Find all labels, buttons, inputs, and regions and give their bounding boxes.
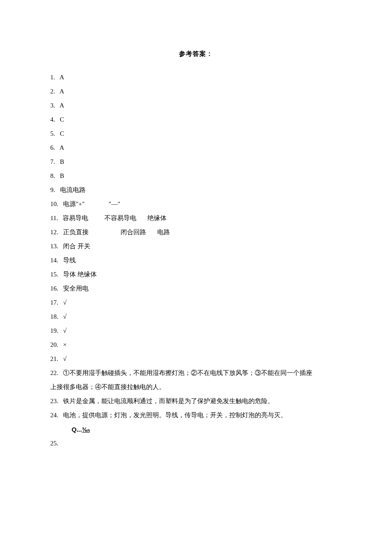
answer-13: 13. 闭合 开关	[50, 239, 342, 253]
answer-3: 3. A	[50, 99, 342, 113]
answer-11: 11. 容易导电 不容易导电 绝缘体	[50, 211, 342, 225]
answer-6: 6. A	[50, 141, 342, 155]
answer-12: 12. 正负直接 闭合回路 电路	[50, 225, 342, 239]
answer-2: 2. A	[50, 84, 342, 99]
answer-7: 7. B	[50, 155, 342, 169]
answer-4: 4. C	[50, 113, 342, 127]
answer-23: 23. 铁片是金属，能让电流顺利通过，而塑料是为了保护避免发生触电的危险。	[50, 394, 342, 408]
answer-1: 1. A	[50, 70, 342, 84]
answer-25-symbol: Q...⅜ₙ	[50, 422, 342, 436]
answer-25: 25.	[50, 436, 342, 450]
answer-10: 10. 电源"+" "—"	[50, 197, 342, 211]
answer-5: 5. C	[50, 127, 342, 141]
answer-22-line1: 22. ①不要用湿手触碰插头，不能用湿布擦灯泡；②不在电线下放风筝；③不能在同一…	[50, 366, 342, 380]
answer-8: 8. B	[50, 169, 342, 183]
answer-24: 24. 电池，提供电源；灯泡，发光照明。导线，传导电；开关，控制灯泡的亮与灭。	[50, 408, 342, 422]
answer-21: 21. √	[50, 352, 342, 366]
answer-17: 17. √	[50, 296, 342, 310]
answer-19: 19. √	[50, 324, 342, 338]
answer-15: 15. 导体 绝缘体	[50, 267, 342, 282]
answer-16: 16. 安全用电	[50, 282, 342, 296]
answer-20: 20. ×	[50, 338, 342, 352]
answer-14: 14. 导线	[50, 253, 342, 267]
answer-22-line2: 上接很多电器；④不能直接拉触电的人。	[50, 380, 342, 394]
answer-18: 18. √	[50, 310, 342, 324]
page-title: 参考答案：	[50, 47, 342, 61]
answer-9: 9. 电流电路	[50, 183, 342, 197]
